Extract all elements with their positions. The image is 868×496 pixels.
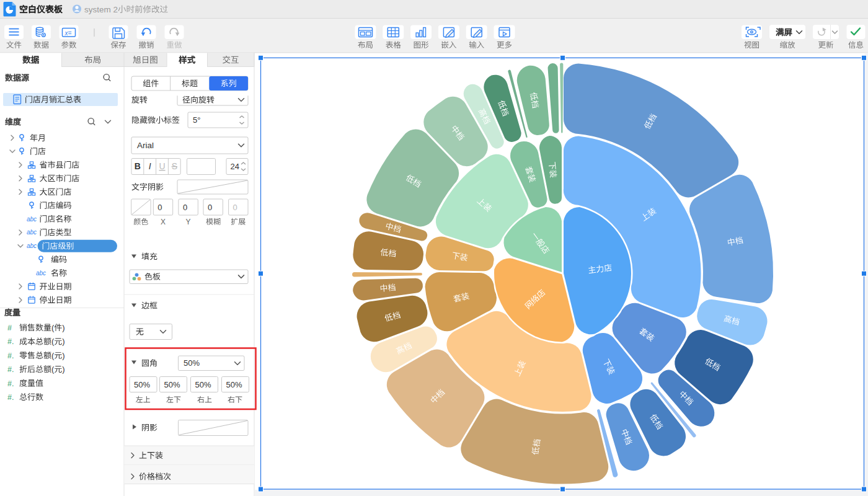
svg-text:): )	[62, 337, 64, 346]
svg-text:50%: 50%	[226, 380, 242, 389]
svg-text:50%: 50%	[184, 358, 200, 368]
svg-text:Arial: Arial	[137, 141, 154, 150]
svg-text:50%: 50%	[134, 380, 150, 389]
svg-text:): )	[62, 323, 64, 332]
svg-text:#.: #.	[7, 352, 14, 360]
svg-text:#.: #.	[7, 337, 14, 346]
svg-text:abc: abc	[36, 270, 46, 277]
svg-text:Y: Y	[186, 218, 191, 226]
svg-text:0: 0	[183, 203, 187, 212]
svg-text:#.: #.	[7, 365, 14, 374]
svg-text:#: #	[7, 324, 12, 332]
svg-text:#.: #.	[7, 393, 14, 402]
svg-text:0: 0	[157, 203, 162, 212]
svg-text:#.: #.	[7, 379, 14, 388]
svg-text:24: 24	[231, 162, 239, 171]
svg-text:I: I	[149, 161, 151, 171]
svg-text:0: 0	[233, 203, 237, 212]
svg-text:abc: abc	[27, 216, 37, 223]
svg-text:S: S	[172, 161, 177, 171]
svg-text:(: (	[51, 365, 55, 374]
svg-text:system 2: system 2	[84, 5, 118, 14]
svg-text:50%: 50%	[195, 380, 211, 389]
svg-text:(: (	[51, 323, 55, 332]
svg-text:5°: 5°	[193, 115, 200, 125]
svg-text:): )	[62, 351, 64, 360]
svg-text:(: (	[51, 337, 55, 346]
svg-text:abc: abc	[27, 242, 37, 249]
svg-text:(: (	[51, 351, 55, 360]
svg-text:abc: abc	[27, 229, 37, 236]
svg-text:50%: 50%	[164, 380, 180, 389]
svg-text:B: B	[135, 161, 141, 171]
svg-text:X: X	[161, 218, 166, 226]
svg-text:U: U	[159, 161, 165, 171]
svg-text:0: 0	[208, 203, 212, 212]
svg-text:): )	[62, 365, 64, 374]
svg-text:x=: x=	[64, 30, 72, 37]
